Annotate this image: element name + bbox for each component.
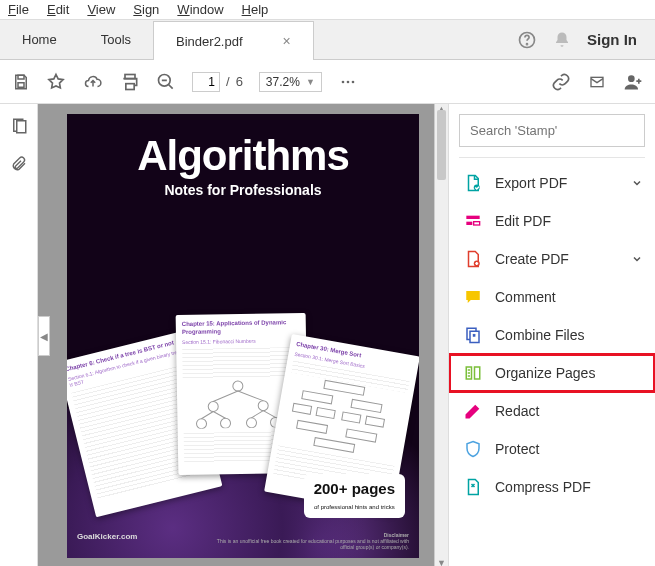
svg-rect-28 [297,421,328,434]
tool-redact[interactable]: Redact [449,392,655,430]
svg-rect-5 [126,83,134,89]
svg-rect-3 [18,82,24,87]
svg-rect-2 [18,75,24,79]
tool-label: Export PDF [495,175,567,191]
menu-bar: File Edit View Sign Window Help [0,0,655,20]
tool-label: Redact [495,403,539,419]
tab-document-label: Binder2.pdf [176,34,243,49]
doc-badge: 200+ pages of professional hints and tri… [304,474,405,518]
svg-rect-32 [466,216,479,219]
svg-point-7 [341,80,344,83]
menu-sign[interactable]: Sign [133,2,159,17]
svg-rect-30 [314,438,355,453]
tool-combine[interactable]: Combine Files [449,316,655,354]
attachment-icon[interactable] [11,154,27,174]
more-icon[interactable] [338,72,358,92]
bell-icon[interactable] [553,31,571,49]
create-pdf-icon [463,249,483,269]
tool-label: Comment [495,289,556,305]
svg-point-8 [346,80,349,83]
doc-footer-disclaimer: DisclaimerThis is an unofficial free boo… [209,532,409,550]
cloud-upload-icon[interactable] [82,73,104,91]
menu-help[interactable]: Help [242,2,269,17]
tool-label: Create PDF [495,251,569,267]
tool-label: Organize Pages [495,365,595,381]
zoom-value: 37.2% [266,75,300,89]
collapse-left-icon[interactable]: ◀ [38,316,50,356]
svg-rect-13 [16,121,25,133]
scroll-thumb[interactable] [437,110,446,180]
search-tools[interactable] [459,114,645,147]
email-icon[interactable] [587,74,607,90]
tool-edit-pdf[interactable]: Edit PDF [449,202,655,240]
chevron-down-icon [631,253,643,265]
svg-point-1 [527,43,528,44]
close-icon[interactable]: × [283,33,291,49]
organize-icon [463,363,483,383]
page-indicator: / 6 [192,72,243,92]
tool-label: Protect [495,441,539,457]
thumbnails-icon[interactable] [10,116,28,136]
svg-rect-29 [346,429,377,442]
tool-compress[interactable]: Compress PDF [449,468,655,506]
tab-document[interactable]: Binder2.pdf × [153,21,314,60]
tab-tools[interactable]: Tools [79,20,153,59]
svg-point-15 [208,402,218,412]
svg-rect-23 [351,400,382,413]
tool-protect[interactable]: Protect [449,430,655,468]
page-current-input[interactable] [192,72,220,92]
save-icon[interactable] [12,73,30,91]
page-sep: / [226,74,230,89]
tool-comment[interactable]: Comment [449,278,655,316]
doc-title: Algorithms [67,132,419,180]
svg-rect-33 [466,222,472,225]
tab-bar: Home Tools Binder2.pdf × Sign In [0,20,655,60]
sign-in-button[interactable]: Sign In [587,31,637,48]
help-icon[interactable] [517,30,537,50]
menu-window[interactable]: Window [177,2,223,17]
document-view[interactable]: ◀ Algorithms Notes for Professionals Cha… [38,104,448,566]
scroll-down-icon[interactable]: ▼ [435,558,448,566]
doc-subtitle: Notes for Professionals [67,182,419,198]
svg-point-16 [258,401,268,411]
scrollbar[interactable]: ▲ ▼ [434,104,448,566]
toolbar: / 6 37.2% ▼ [0,60,655,104]
tool-create-pdf[interactable]: Create PDF [449,240,655,278]
tools-pane: Export PDFEdit PDFCreate PDFCommentCombi… [448,104,655,566]
svg-point-11 [628,75,635,82]
tool-label: Combine Files [495,327,584,343]
svg-rect-37 [470,331,479,342]
chevron-down-icon [631,177,643,189]
tool-label: Compress PDF [495,479,591,495]
svg-rect-25 [316,408,335,419]
zoom-dropdown[interactable]: 37.2% ▼ [259,72,322,92]
chevron-down-icon: ▼ [306,77,315,87]
redact-icon [463,401,483,421]
compress-icon [463,477,483,497]
svg-point-14 [233,381,243,391]
tab-home[interactable]: Home [0,20,79,59]
doc-footer-site: GoalKicker.com [77,532,137,550]
pdf-page: Algorithms Notes for Professionals Chapt… [67,114,419,558]
zoom-out-icon[interactable] [156,72,176,92]
tool-organize[interactable]: Organize Pages [449,354,655,392]
svg-rect-39 [475,367,480,379]
add-user-icon[interactable] [623,72,643,92]
star-icon[interactable] [46,72,66,92]
comment-icon [463,287,483,307]
page-total: 6 [236,74,243,89]
svg-point-17 [196,419,206,429]
menu-file[interactable]: File [8,2,29,17]
search-input[interactable] [460,115,644,146]
link-icon[interactable] [551,72,571,92]
edit-pdf-icon [463,211,483,231]
protect-icon [463,439,483,459]
svg-rect-27 [365,416,384,427]
menu-view[interactable]: View [87,2,115,17]
tool-export-pdf[interactable]: Export PDF [449,164,655,202]
menu-edit[interactable]: Edit [47,2,69,17]
svg-rect-26 [342,412,361,423]
svg-rect-24 [292,404,311,415]
print-icon[interactable] [120,72,140,92]
navigation-pane [0,104,38,566]
